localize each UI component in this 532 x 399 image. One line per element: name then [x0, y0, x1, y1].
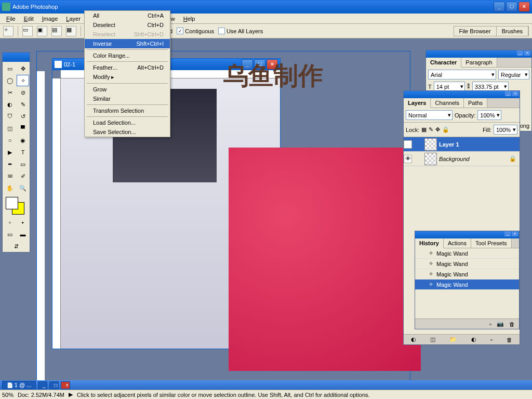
lasso-tool[interactable]: ◯ — [4, 75, 16, 86]
contiguous-checkbox[interactable]: ✓ — [177, 28, 183, 34]
brush-tool[interactable]: ✎ — [17, 99, 29, 110]
brushes-tab[interactable]: Brushes — [497, 26, 528, 36]
crop-tool[interactable]: ✂ — [4, 87, 16, 98]
new-document-icon[interactable]: ▫ — [489, 321, 491, 327]
panel-minimize-icon[interactable]: _ — [505, 91, 511, 96]
menu-help[interactable]: Help — [179, 15, 200, 23]
paragraph-tab[interactable]: Paragraph — [461, 58, 497, 67]
history-state[interactable]: ✧Magic Wand — [415, 280, 519, 290]
panel-minimize-icon[interactable]: _ — [504, 231, 511, 236]
menu-item-transform-selection[interactable]: Transform Selection — [85, 106, 170, 115]
add-selection-icon[interactable]: ▣ — [37, 26, 47, 36]
menu-item-feather-[interactable]: Feather...Alt+Ctrl+D — [85, 63, 170, 72]
layer-thumbnail[interactable] — [424, 138, 437, 151]
minimize-button[interactable]: _ — [494, 2, 505, 12]
toolbox-titlebar[interactable] — [3, 52, 30, 62]
opacity-input[interactable]: 100% — [477, 110, 501, 120]
layer-style-icon[interactable]: ◐ — [411, 336, 416, 343]
lock-transparency-icon[interactable]: ▦ — [421, 126, 427, 133]
font-style-select[interactable]: Regular — [498, 70, 529, 79]
color-swatches[interactable] — [3, 195, 30, 216]
new-selection-icon[interactable]: ▭ — [22, 26, 33, 36]
slice-tool[interactable]: ⊘ — [17, 87, 29, 98]
panel-titlebar[interactable]: _× — [426, 50, 531, 58]
fill-input[interactable]: 100% — [494, 125, 517, 135]
zoom-level[interactable]: 50% — [2, 392, 14, 398]
new-layer-icon[interactable]: ▫ — [490, 337, 493, 343]
menu-item-save-selection-[interactable]: Save Selection... — [85, 127, 170, 137]
type-tool[interactable]: T — [17, 147, 29, 158]
channels-tab[interactable]: Channels — [431, 98, 463, 108]
character-tab[interactable]: Character — [426, 58, 461, 68]
marquee-tool[interactable]: ▭ — [4, 63, 16, 74]
history-state[interactable]: ✧Magic Wand — [415, 248, 519, 259]
history-state[interactable]: ✧Magic Wand — [415, 269, 519, 280]
screen-mode-icon[interactable]: ▭ — [4, 229, 16, 240]
shape-tool[interactable]: ▭ — [17, 158, 29, 170]
menu-edit[interactable]: Edit — [20, 15, 38, 23]
close-button[interactable]: × — [518, 2, 530, 12]
panel-titlebar[interactable]: _× — [404, 91, 520, 98]
menu-item-inverse[interactable]: InverseShft+Ctrl+I — [85, 39, 170, 48]
layer-row[interactable]: 👁Layer 1 — [404, 137, 520, 152]
visibility-icon[interactable]: 👁 — [404, 140, 412, 149]
blur-tool[interactable]: ○ — [4, 135, 16, 146]
menu-layer[interactable]: Layer — [62, 15, 85, 23]
file-browser-tab[interactable]: File Browser — [454, 26, 497, 36]
lock-position-icon[interactable]: ✥ — [435, 126, 440, 133]
menu-image[interactable]: Image — [38, 15, 62, 23]
eraser-tool[interactable]: ◫ — [4, 123, 16, 134]
dodge-tool[interactable]: ◉ — [17, 135, 29, 146]
history-tab[interactable]: History — [415, 238, 444, 248]
menu-item-deselect[interactable]: DeselectCtrl+D — [85, 20, 170, 30]
standard-mode-icon[interactable]: ▫ — [4, 217, 16, 228]
delete-layer-icon[interactable]: 🗑 — [507, 337, 512, 343]
layer-thumbnail[interactable] — [424, 153, 437, 165]
menu-item-all[interactable]: AllCtrl+A — [85, 11, 170, 20]
chevron-right-icon[interactable]: ▶ — [69, 391, 73, 398]
quick-mask-icon[interactable]: ▪ — [17, 217, 29, 228]
task-close-icon[interactable]: × — [61, 381, 70, 389]
notes-tool[interactable]: ✉ — [4, 170, 16, 182]
foreground-color-swatch[interactable] — [6, 197, 18, 209]
task-restore-icon[interactable]: □ — [49, 381, 59, 389]
visibility-icon[interactable]: 👁 — [404, 155, 412, 163]
magic-wand-tool[interactable]: ✧ — [17, 75, 29, 86]
menu-item-modify[interactable]: Modify ▸ — [85, 72, 170, 82]
layer-row[interactable]: 👁Background🔒 — [404, 152, 520, 166]
maximize-button[interactable]: □ — [506, 2, 517, 12]
intersect-selection-icon[interactable]: ▦ — [66, 26, 76, 36]
menu-file[interactable]: File — [2, 15, 20, 23]
healing-brush-tool[interactable]: ◐ — [4, 99, 16, 110]
task-item[interactable]: 📄 1 @ ... — [2, 381, 36, 389]
menu-item-grow[interactable]: Grow — [85, 85, 170, 94]
panel-titlebar[interactable]: _× — [415, 231, 519, 238]
actions-tab[interactable]: Actions — [444, 238, 471, 248]
clone-stamp-tool[interactable]: ⛉ — [4, 111, 16, 122]
lock-all-icon[interactable]: 🔒 — [442, 126, 449, 133]
panel-close-icon[interactable]: × — [524, 50, 530, 56]
history-brush-tool[interactable]: ↺ — [17, 111, 29, 122]
subtract-selection-icon[interactable]: ▤ — [51, 26, 62, 36]
gradient-tool[interactable]: ▀ — [17, 123, 29, 134]
task-minimize-icon[interactable]: _ — [38, 381, 47, 389]
jump-to-imageready-icon[interactable]: ⇵ — [3, 241, 30, 252]
move-tool[interactable]: ✥ — [17, 63, 29, 74]
panel-minimize-icon[interactable]: _ — [517, 50, 523, 56]
menu-item-color-range-[interactable]: Color Range... — [85, 51, 170, 60]
blend-mode-select[interactable]: Normal — [406, 110, 453, 120]
delete-state-icon[interactable]: 🗑 — [509, 321, 515, 327]
paths-tab[interactable]: Paths — [464, 98, 487, 108]
menu-item-similar[interactable]: Similar — [85, 94, 170, 103]
layers-tab[interactable]: Layers — [404, 98, 431, 108]
path-selection-tool[interactable]: ▶ — [4, 147, 16, 158]
pen-tool[interactable]: ✒ — [4, 158, 16, 170]
menu-item-load-selection-[interactable]: Load Selection... — [85, 118, 170, 127]
lock-image-icon[interactable]: ✎ — [429, 126, 433, 133]
eyedropper-tool[interactable]: ✐ — [17, 170, 29, 182]
hand-tool[interactable]: ✋ — [4, 182, 16, 194]
panel-close-icon[interactable]: × — [512, 231, 518, 236]
history-state[interactable]: ✧Magic Wand — [415, 259, 519, 269]
adjustment-layer-icon[interactable]: ◐ — [471, 336, 476, 343]
font-family-select[interactable]: Arial — [428, 70, 496, 79]
